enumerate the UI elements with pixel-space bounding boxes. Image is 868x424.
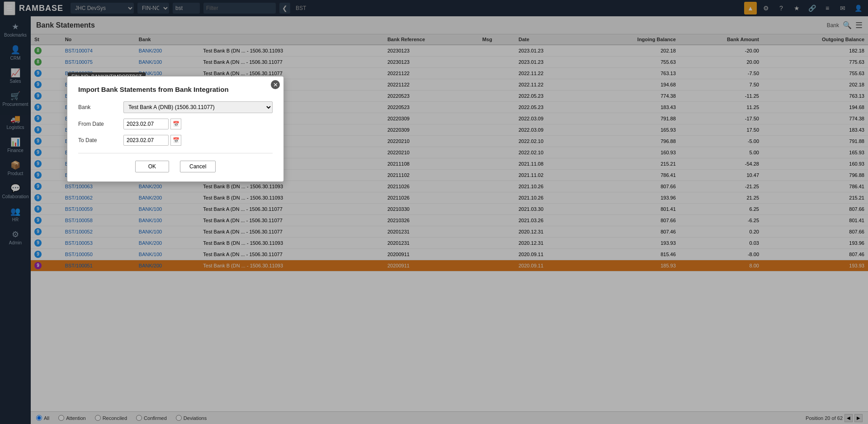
modal-box: ✕ Import Bank Statements from Bank Integ… [67,76,284,182]
modal-from-date-cal-button[interactable]: 📅 [170,119,181,129]
modal-ok-button[interactable]: OK [135,161,169,172]
modal-divider [78,153,273,153]
modal-to-date-wrap: 📅 [123,135,181,146]
modal-to-date-field: To Date 📅 [78,135,273,146]
modal-actions: OK Cancel [78,161,273,172]
modal-cancel-button[interactable]: Cancel [180,161,216,172]
modal-overlay: FIN-NO: BANKINTIMPORTBST ✕ Import Bank S… [0,0,868,424]
modal-bank-label: Bank [78,104,123,110]
modal-bank-select[interactable]: Test Bank A (DNB) (1506.30.11077)Test Ba… [123,101,273,113]
modal-to-date-input[interactable] [123,135,169,146]
modal-from-date-field: From Date 📅 [78,119,273,129]
modal-title: Import Bank Statements from Bank Integra… [78,86,273,93]
modal-from-date-wrap: 📅 [123,119,181,129]
modal-bank-field: Bank Test Bank A (DNB) (1506.30.11077)Te… [78,101,273,113]
modal-from-date-input[interactable] [123,119,169,129]
modal-from-date-label: From Date [78,121,123,127]
modal-to-date-label: To Date [78,137,123,143]
modal-close-button[interactable]: ✕ [271,80,280,89]
modal-to-date-cal-button[interactable]: 📅 [170,135,181,146]
